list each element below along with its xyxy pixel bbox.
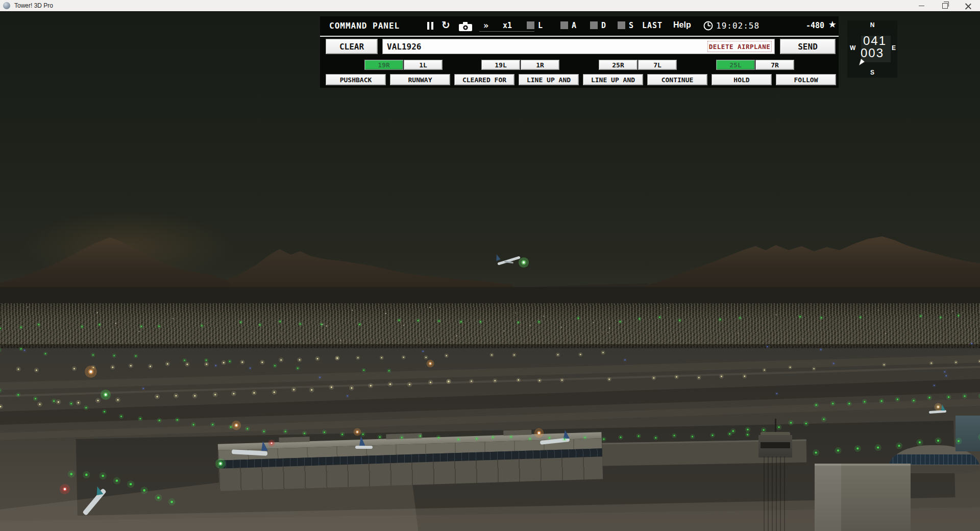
minimize-icon — [919, 6, 924, 6]
command-panel: COMMAND PANEL ↻ » x1 L A D S LAST Help 1… — [320, 16, 839, 88]
last-command-button[interactable]: LAST — [642, 21, 663, 30]
pushback-button[interactable]: PUSHBACK — [326, 74, 386, 85]
compass-cursor-arrow — [858, 57, 867, 68]
restore-icon — [942, 3, 948, 9]
toggle-strips-label: S — [629, 21, 633, 30]
sim-time: 19:02:58 — [716, 21, 760, 31]
close-icon — [965, 3, 971, 9]
restore-button[interactable] — [933, 0, 957, 11]
pause-button[interactable] — [427, 22, 433, 30]
compass-north-label: N — [847, 21, 897, 29]
send-button[interactable]: SEND — [780, 39, 836, 54]
runway-button-19r[interactable]: 19R — [364, 60, 403, 70]
compass-south-label: S — [847, 69, 897, 76]
toggle-arrival-checkbox[interactable] — [560, 21, 568, 29]
score-value: -480 — [806, 21, 824, 30]
runway-button-25r[interactable]: 25R — [599, 60, 638, 70]
toggle-landing-checkbox[interactable] — [527, 21, 534, 29]
delete-airplane-button[interactable]: DELETE AIRPLANE — [707, 41, 772, 52]
speed-underline — [479, 31, 534, 32]
toggle-strips-checkbox[interactable] — [618, 21, 625, 29]
follow-button[interactable]: FOLLOW — [776, 74, 836, 85]
camera-icon[interactable] — [459, 22, 472, 33]
window-titlebar: Tower! 3D Pro — [0, 0, 980, 12]
speed-chevrons-button[interactable]: » — [483, 20, 488, 31]
airport-3d-view — [0, 11, 980, 531]
panel-separator — [320, 36, 839, 37]
toggle-departure-label: D — [601, 21, 606, 30]
score-star-icon: ★ — [828, 19, 837, 30]
compass-west-label: W — [850, 44, 855, 52]
app-icon — [3, 2, 10, 9]
toggle-arrival-label: A — [572, 21, 576, 30]
runway-button-19l[interactable]: 19L — [481, 60, 520, 70]
compass-east-label: E — [892, 44, 896, 52]
runway-button-25l[interactable]: 25L — [716, 60, 755, 70]
runway-button-1r[interactable]: 1R — [521, 60, 559, 70]
runway-button-7r[interactable]: 7R — [755, 60, 794, 70]
toggle-departure-checkbox[interactable] — [590, 21, 598, 29]
sim-speed-value[interactable]: x1 — [503, 21, 512, 30]
close-button[interactable] — [957, 0, 980, 11]
window-title: Tower! 3D Pro — [14, 2, 53, 9]
clear-button[interactable]: CLEAR — [326, 39, 378, 54]
refresh-icon[interactable]: ↻ — [442, 19, 450, 31]
help-button[interactable]: Help — [673, 20, 691, 30]
runway-button-1l[interactable]: 1L — [404, 60, 443, 70]
line-up-and-button[interactable]: LINE UP AND — [519, 74, 579, 85]
airfield-lights — [0, 11, 980, 531]
runway-button-7l[interactable]: 7L — [638, 60, 677, 70]
compass-rose[interactable]: N W E S 041 003 — [847, 20, 897, 78]
line-up-and-button-2[interactable]: LINE UP AND — [583, 74, 643, 85]
command-input-wrap: DELETE AIRPLANE — [382, 39, 775, 54]
continue-button[interactable]: CONTINUE — [647, 74, 707, 85]
clock-icon — [703, 20, 714, 33]
toggle-landing-label: L — [538, 21, 543, 30]
minimize-button[interactable] — [910, 0, 933, 11]
command-panel-title: COMMAND PANEL — [329, 21, 400, 31]
runway-button[interactable]: RUNWAY — [390, 74, 450, 85]
cleared-for-button[interactable]: CLEARED FOR — [454, 74, 514, 85]
hold-button[interactable]: HOLD — [712, 74, 772, 85]
